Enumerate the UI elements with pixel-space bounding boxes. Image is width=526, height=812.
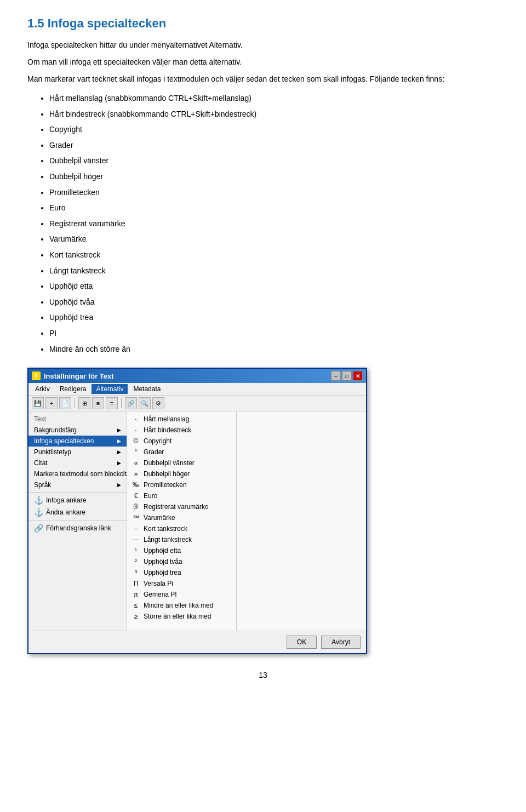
- left-panel-label: Text: [28, 414, 127, 425]
- middle-item-4[interactable]: «Dubbelpil vänster: [127, 458, 236, 468]
- left-menu-item-4[interactable]: Markera textmodul som blockcitat: [28, 468, 127, 479]
- menubar-item-alternativ[interactable]: Alternativ: [92, 384, 128, 394]
- special-char-symbol: »: [132, 470, 140, 478]
- close-button[interactable]: ✕: [353, 371, 363, 381]
- left-menu-item-5[interactable]: Språk▶: [28, 479, 127, 490]
- list-item: Grader: [49, 138, 499, 153]
- menu-item-label: Ändra ankare: [46, 508, 85, 516]
- dialog-icon: T: [32, 371, 41, 380]
- left-menu-item-7[interactable]: ⚓Infoga ankare: [28, 494, 127, 506]
- middle-item-1[interactable]: ·Hårt bindestreck: [127, 425, 236, 436]
- menu-item-label: Markera textmodul som blockcitat: [34, 470, 132, 478]
- left-panel-items: Bakgrundsfärg▶Infoga specialtecken▶Punkt…: [28, 425, 127, 534]
- list-item: Upphöjd tvåa: [49, 294, 499, 310]
- list-item: Hårt mellanslag (snabbkommando CTRL+Skif…: [49, 90, 499, 106]
- middle-item-11[interactable]: —Långt tankstreck: [127, 534, 236, 545]
- special-char-label: Registrerat varumärke: [144, 503, 209, 511]
- middle-item-2[interactable]: ©Copyright: [127, 436, 236, 447]
- special-char-label: Långt tankstreck: [144, 536, 192, 544]
- middle-item-18[interactable]: ≥Större än eller lika med: [127, 611, 236, 622]
- middle-item-9[interactable]: ™Varumärke: [127, 512, 236, 523]
- menu-item-label: Punktlistetyp: [34, 448, 71, 456]
- menubar: ArkivRedigeraAlternativMetadata: [28, 383, 366, 396]
- middle-item-15[interactable]: ΠVersala Pi: [127, 578, 236, 589]
- middle-item-17[interactable]: ≤Mindre än eller lika med: [127, 600, 236, 611]
- dialog-body: Text Bakgrundsfärg▶Infoga specialtecken▶…: [28, 411, 366, 631]
- special-char-label: Större än eller lika med: [144, 613, 211, 620]
- titlebar-left: T Inställningar för Text: [32, 371, 114, 380]
- menubar-item-arkiv[interactable]: Arkiv: [31, 384, 54, 394]
- toolbar-btn-3[interactable]: =: [106, 397, 118, 409]
- list-item: Mindre än och större än: [49, 341, 499, 357]
- special-char-symbol: ≥: [132, 613, 140, 620]
- special-char-label: Copyright: [144, 437, 171, 445]
- toolbar-btn-1[interactable]: ⊞: [78, 397, 90, 409]
- special-char-symbol: –: [132, 525, 140, 533]
- list-item: Upphöjd etta: [49, 278, 499, 294]
- middle-item-16[interactable]: πGemena PI: [127, 589, 236, 600]
- menu-separator: [28, 492, 127, 493]
- restore-button[interactable]: □: [342, 371, 352, 381]
- dialog-window: T Inställningar för Text – □ ✕ ArkivRedi…: [27, 368, 367, 654]
- special-char-symbol: ³: [132, 569, 140, 576]
- toolbar-btn-2[interactable]: ≡: [92, 397, 104, 409]
- special-char-label: Hårt mellanslag: [144, 415, 189, 423]
- middle-item-0[interactable]: ·Hårt mellanslag: [127, 414, 236, 425]
- minimize-button[interactable]: –: [331, 371, 341, 381]
- intro-paragraph-2: Om man vill infoga ett specialtecken väl…: [27, 56, 499, 68]
- list-item: Dubbelpil vänster: [49, 153, 499, 169]
- left-menu-item-2[interactable]: Punktlistetyp▶: [28, 447, 127, 458]
- menu-item-label: Förhandsgranska länk: [46, 524, 111, 532]
- save-toolbar-btn[interactable]: 💾: [32, 397, 44, 409]
- menubar-item-redigera[interactable]: Redigera: [55, 384, 91, 394]
- list-item: Hårt bindestreck (snabbkommando CTRL+Ski…: [49, 106, 499, 122]
- middle-item-13[interactable]: ²Upphöjd tvåa: [127, 556, 236, 567]
- screenshot-container: T Inställningar för Text – □ ✕ ArkivRedi…: [27, 368, 499, 654]
- ok-button[interactable]: OK: [287, 636, 317, 649]
- special-char-symbol: ¹: [132, 547, 140, 554]
- menu-item-icon: ⚓: [34, 508, 43, 517]
- menu-item-label: Bakgrundsfärg: [34, 426, 77, 434]
- middle-item-10[interactable]: –Kort tankstreck: [127, 523, 236, 534]
- menubar-item-metadata[interactable]: Metadata: [129, 384, 165, 394]
- left-menu-item-1[interactable]: Infoga specialtecken▶: [28, 436, 127, 447]
- middle-item-5[interactable]: »Dubbelpil höger: [127, 468, 236, 479]
- toolbar-btn-6[interactable]: ⚙: [152, 397, 164, 409]
- special-char-symbol: °: [132, 448, 140, 456]
- left-menu-item-0[interactable]: Bakgrundsfärg▶: [28, 425, 127, 436]
- toolbar-btn-4[interactable]: 🔗: [125, 397, 137, 409]
- special-char-symbol: π: [132, 591, 140, 598]
- toolbar: 💾 + 📄 ⊞ ≡ = 🔗 🔍 ⚙: [28, 396, 366, 411]
- special-char-symbol: ®: [132, 503, 140, 511]
- list-item: Registrerat varumärke: [49, 216, 499, 232]
- special-char-label: Promilletecken: [144, 481, 187, 489]
- toolbar-btn-5[interactable]: 🔍: [139, 397, 151, 409]
- middle-item-14[interactable]: ³Upphöjd trea: [127, 567, 236, 578]
- add-toolbar-btn[interactable]: +: [45, 397, 58, 409]
- special-char-label: Gemena PI: [144, 591, 177, 598]
- middle-item-8[interactable]: ®Registrerat varumärke: [127, 501, 236, 512]
- left-menu-item-3[interactable]: Citat▶: [28, 458, 127, 468]
- left-menu-item-8[interactable]: ⚓Ändra ankare: [28, 506, 127, 518]
- list-item: Upphöjd trea: [49, 310, 499, 325]
- dialog-controls[interactable]: – □ ✕: [331, 371, 363, 381]
- middle-item-3[interactable]: °Grader: [127, 447, 236, 458]
- middle-item-6[interactable]: ‰Promilletecken: [127, 479, 236, 490]
- menu-item-arrow: ▶: [117, 449, 121, 455]
- special-char-symbol: ·: [132, 426, 140, 434]
- cancel-button[interactable]: Avbryt: [321, 636, 361, 649]
- doc-toolbar-btn[interactable]: 📄: [59, 397, 71, 409]
- special-char-label: Grader: [144, 448, 164, 456]
- page-number: 13: [27, 671, 499, 679]
- middle-item-7[interactable]: €Euro: [127, 490, 236, 501]
- list-item: Promilletecken: [49, 185, 499, 201]
- special-char-label: Upphöjd etta: [144, 547, 181, 554]
- menu-item-arrow: ▶: [117, 460, 121, 466]
- menu-item-label: Infoga ankare: [46, 496, 86, 504]
- dialog-titlebar: T Inställningar för Text – □ ✕: [28, 369, 366, 383]
- right-panel: [237, 411, 366, 631]
- middle-item-12[interactable]: ¹Upphöjd etta: [127, 545, 236, 556]
- left-menu-item-10[interactable]: 🔗Förhandsgranska länk: [28, 522, 127, 534]
- list-item: Euro: [49, 200, 499, 216]
- list-item: Dubbelpil höger: [49, 169, 499, 185]
